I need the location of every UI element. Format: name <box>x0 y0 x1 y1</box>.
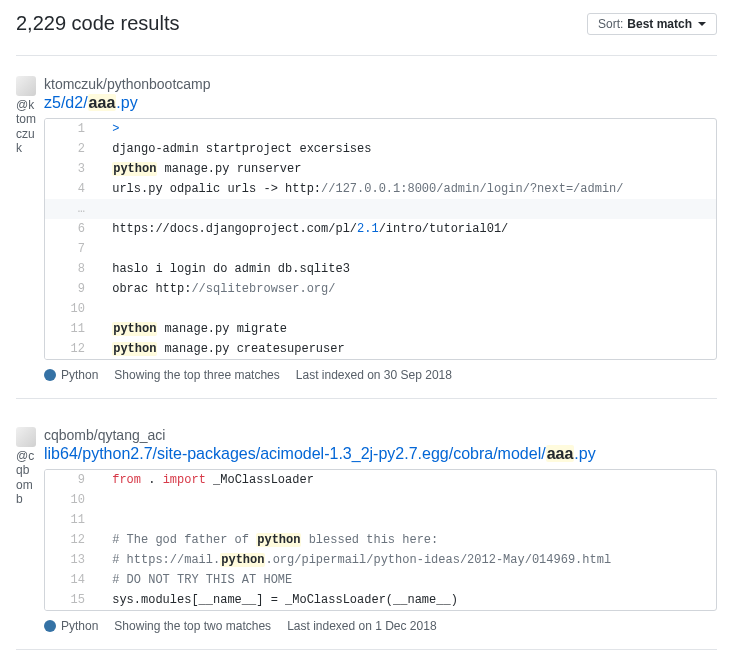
sort-value: Best match <box>627 17 692 31</box>
code-snippet[interactable]: 9 from . import _MoClassLoader101112 # T… <box>44 469 717 611</box>
match-count: Showing the top three matches <box>114 368 279 382</box>
results-count: 2,229 code results <box>16 12 179 35</box>
result-meta: PythonShowing the top three matchesLast … <box>44 368 717 382</box>
code-content: sys.modules[__name__] = _MoClassLoader(_… <box>95 590 716 610</box>
code-line: 13 # https://mail.python.org/pipermail/p… <box>45 550 716 570</box>
code-line: 7 <box>45 239 716 259</box>
indexed-date: Last indexed on 30 Sep 2018 <box>296 368 452 382</box>
repo-link[interactable]: ktomczuk/pythonbootcamp <box>44 76 211 92</box>
line-number: 11 <box>45 510 95 530</box>
code-line: 11 python manage.py migrate <box>45 319 716 339</box>
code-content: > <box>95 119 716 139</box>
file-path-link[interactable]: z5/d2/aaa.py <box>44 94 138 111</box>
search-result: @cqbombcqbomb/qytang_acilib64/python2.7/… <box>16 427 717 650</box>
code-line: 10 <box>45 490 716 510</box>
code-content: python manage.py runserver <box>95 159 716 179</box>
code-content: django-admin startproject excersises <box>95 139 716 159</box>
line-number: 1 <box>45 119 95 139</box>
code-content <box>95 510 716 530</box>
language-dot-icon <box>44 369 56 381</box>
indexed-date: Last indexed on 1 Dec 2018 <box>287 619 436 633</box>
line-number: 14 <box>45 570 95 590</box>
caret-down-icon <box>698 22 706 26</box>
code-content: obrac http://sqlitebrowser.org/ <box>95 279 716 299</box>
code-line: 2 django-admin startproject excersises <box>45 139 716 159</box>
result-meta: PythonShowing the top two matchesLast in… <box>44 619 717 633</box>
line-number: 9 <box>45 470 95 490</box>
line-number: 4 <box>45 179 95 199</box>
language-badge: Python <box>44 619 98 633</box>
line-number: 6 <box>45 219 95 239</box>
line-number: 7 <box>45 239 95 259</box>
line-number: 13 <box>45 550 95 570</box>
avatar[interactable] <box>16 427 36 447</box>
line-number: 9 <box>45 279 95 299</box>
sort-button[interactable]: Sort: Best match <box>587 13 717 35</box>
line-number: 10 <box>45 299 95 319</box>
sort-prefix: Sort: <box>598 17 623 31</box>
avatar-username: @cqbomb <box>16 449 36 507</box>
line-number: 3 <box>45 159 95 179</box>
code-content: https://docs.djangoproject.com/pl/2.1/in… <box>95 219 716 239</box>
code-content: # https://mail.python.org/pipermail/pyth… <box>95 550 716 570</box>
code-line: 3 python manage.py runserver <box>45 159 716 179</box>
code-line: … <box>45 199 716 219</box>
code-line: 4 urls.py odpalic urls -> http://127.0.0… <box>45 179 716 199</box>
code-content <box>95 239 716 259</box>
code-content: from . import _MoClassLoader <box>95 470 716 490</box>
line-number: 12 <box>45 339 95 359</box>
code-content <box>95 199 716 219</box>
repo-link[interactable]: cqbomb/qytang_aci <box>44 427 165 443</box>
avatar[interactable] <box>16 76 36 96</box>
code-line: 9 obrac http://sqlitebrowser.org/ <box>45 279 716 299</box>
line-number: 12 <box>45 530 95 550</box>
line-number: 8 <box>45 259 95 279</box>
code-line: 12 # The god father of python blessed th… <box>45 530 716 550</box>
code-line: 1 > <box>45 119 716 139</box>
line-number: 10 <box>45 490 95 510</box>
code-content <box>95 490 716 510</box>
code-line: 9 from . import _MoClassLoader <box>45 470 716 490</box>
line-number: … <box>45 199 95 219</box>
language-dot-icon <box>44 620 56 632</box>
code-content: urls.py odpalic urls -> http://127.0.0.1… <box>95 179 716 199</box>
avatar-username: @ktomczuk <box>16 98 36 156</box>
code-line: 10 <box>45 299 716 319</box>
code-line: 15 sys.modules[__name__] = _MoClassLoade… <box>45 590 716 610</box>
code-content: python manage.py createsuperuser <box>95 339 716 359</box>
code-line: 8 haslo i login do admin db.sqlite3 <box>45 259 716 279</box>
code-content: haslo i login do admin db.sqlite3 <box>95 259 716 279</box>
language-badge: Python <box>44 368 98 382</box>
code-content <box>95 299 716 319</box>
results-header: 2,229 code results Sort: Best match <box>16 12 717 56</box>
code-content: # DO NOT TRY THIS AT HOME <box>95 570 716 590</box>
file-path-link[interactable]: lib64/python2.7/site-packages/acimodel-1… <box>44 445 596 462</box>
code-content: # The god father of python blessed this … <box>95 530 716 550</box>
code-line: 12 python manage.py createsuperuser <box>45 339 716 359</box>
code-content: python manage.py migrate <box>95 319 716 339</box>
code-line: 11 <box>45 510 716 530</box>
code-snippet[interactable]: 1 >2 django-admin startproject excersise… <box>44 118 717 360</box>
match-count: Showing the top two matches <box>114 619 271 633</box>
line-number: 11 <box>45 319 95 339</box>
code-line: 6 https://docs.djangoproject.com/pl/2.1/… <box>45 219 716 239</box>
code-line: 14 # DO NOT TRY THIS AT HOME <box>45 570 716 590</box>
search-result: @ktomczukktomczuk/pythonbootcampz5/d2/aa… <box>16 76 717 399</box>
line-number: 2 <box>45 139 95 159</box>
line-number: 15 <box>45 590 95 610</box>
